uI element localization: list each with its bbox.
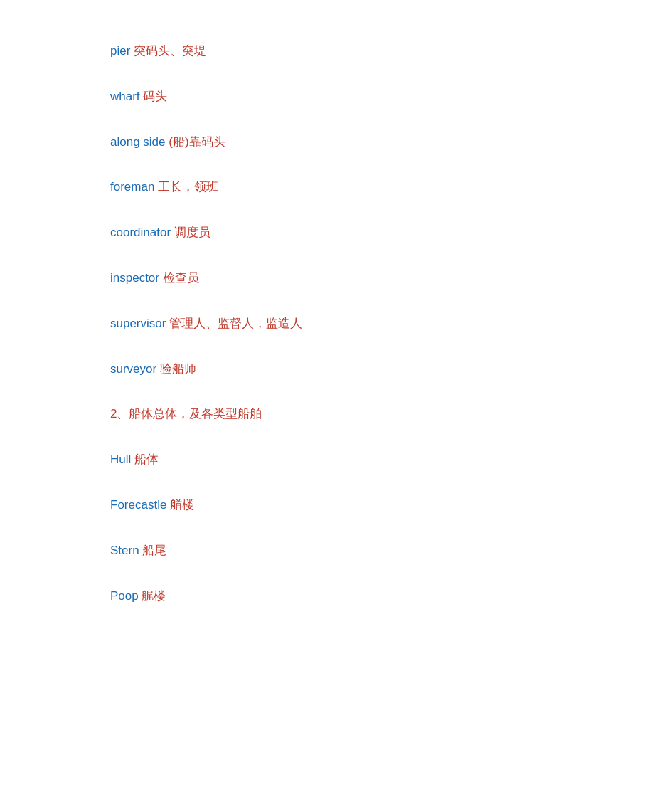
main-content: pier 突码头、突堤wharf 码头along side (船)靠码头fore…	[110, 43, 672, 604]
vocab-entry: Stern 船尾	[110, 542, 672, 559]
chinese-translation: 验船师	[160, 362, 196, 376]
english-word: surveyor	[110, 362, 160, 376]
vocab-entry: supervisor 管理人、监督人，监造人	[110, 315, 672, 332]
chinese-translation: 码头	[143, 90, 167, 103]
vocab-entry: pier 突码头、突堤	[110, 43, 672, 60]
vocab-entry: surveyor 验船师	[110, 361, 672, 378]
english-word: Forecastle	[110, 498, 170, 512]
vocab-entry: foreman 工长，领班	[110, 179, 672, 196]
chinese-translation: 船尾	[142, 544, 166, 557]
vocab-entry: along side (船)靠码头	[110, 134, 672, 151]
vocab-entry: Forecastle 艏楼	[110, 497, 672, 514]
english-word: wharf	[110, 90, 143, 103]
english-word: pier	[110, 44, 134, 58]
section-header: 2、船体总体，及各类型船舶	[110, 406, 672, 423]
english-word: inspector	[110, 271, 163, 285]
section-label: 2、船体总体，及各类型船舶	[110, 407, 262, 420]
vocab-entry: inspector 检查员	[110, 270, 672, 287]
vocab-entry: Poop 艉楼	[110, 588, 672, 605]
chinese-translation: 检查员	[163, 271, 199, 285]
chinese-translation: 调度员	[174, 226, 210, 239]
chinese-translation: 工长，领班	[158, 180, 218, 194]
english-word: coordinator	[110, 226, 174, 239]
english-word: Poop	[110, 589, 142, 603]
chinese-translation: 艉楼	[142, 589, 166, 603]
chinese-translation: 突码头、突堤	[134, 44, 206, 58]
english-word: supervisor	[110, 317, 169, 330]
chinese-translation: (船)靠码头	[169, 135, 225, 149]
chinese-translation: 艏楼	[170, 498, 194, 512]
english-word: foreman	[110, 180, 158, 194]
vocab-entry: wharf 码头	[110, 88, 672, 105]
english-word: Stern	[110, 544, 142, 557]
vocab-entry: Hull 船体	[110, 451, 672, 468]
chinese-translation: 船体	[134, 453, 159, 466]
vocab-entry: coordinator 调度员	[110, 224, 672, 241]
english-word: along side	[110, 135, 169, 149]
english-word: Hull	[110, 453, 134, 466]
chinese-translation: 管理人、监督人，监造人	[169, 317, 302, 330]
